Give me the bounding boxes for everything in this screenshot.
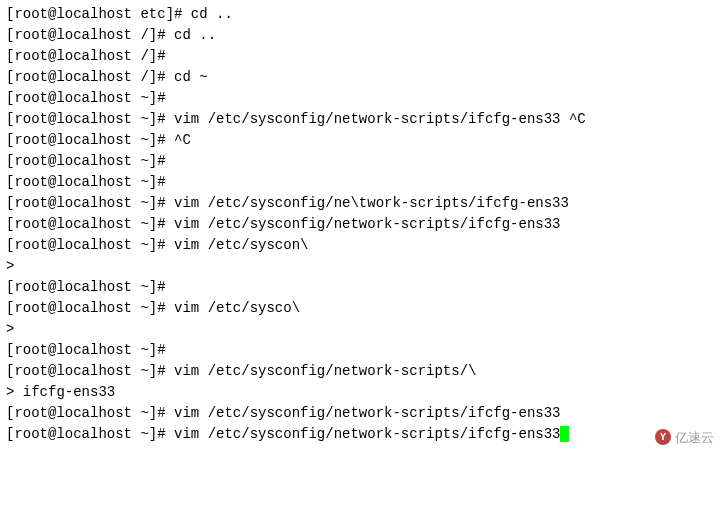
terminal-line: [root@localhost ~]#: [6, 277, 716, 298]
continuation-prompt: >: [6, 256, 716, 277]
terminal-line: [root@localhost ~]#: [6, 151, 716, 172]
terminal-line: [root@localhost ~]# vim /etc/sysconfig/n…: [6, 214, 716, 235]
watermark: Y 亿速云: [655, 428, 714, 448]
continuation-prompt: > ifcfg-ens33: [6, 382, 716, 403]
continuation-prompt: >: [6, 319, 716, 340]
terminal-line: [root@localhost ~]#: [6, 172, 716, 193]
terminal-line: [root@localhost ~]# vim /etc/sysco\: [6, 298, 716, 319]
watermark-logo-icon: Y: [655, 429, 671, 445]
terminal-line: [root@localhost ~]# vim /etc/sysconfig/n…: [6, 193, 716, 214]
terminal-current-line: [root@localhost ~]# vim /etc/sysconfig/n…: [6, 424, 716, 445]
terminal-line: [root@localhost ~]# vim /etc/syscon\: [6, 235, 716, 256]
terminal-line: [root@localhost ~]# vim /etc/sysconfig/n…: [6, 109, 716, 130]
terminal-line: [root@localhost ~]#: [6, 340, 716, 361]
watermark-label: 亿速云: [675, 428, 714, 448]
terminal-line: [root@localhost /]# cd ~: [6, 67, 716, 88]
terminal-line: [root@localhost ~]# ^C: [6, 130, 716, 151]
terminal-line: [root@localhost ~]#: [6, 88, 716, 109]
terminal-output[interactable]: [root@localhost etc]# cd .. [root@localh…: [6, 4, 716, 445]
terminal-line: [root@localhost ~]# vim /etc/sysconfig/n…: [6, 403, 716, 424]
terminal-line: [root@localhost ~]# vim /etc/sysconfig/n…: [6, 361, 716, 382]
terminal-line: [root@localhost /]# cd ..: [6, 25, 716, 46]
current-command: [root@localhost ~]# vim /etc/sysconfig/n…: [6, 426, 561, 442]
cursor-icon: [560, 426, 569, 442]
terminal-line: [root@localhost etc]# cd ..: [6, 4, 716, 25]
terminal-line: [root@localhost /]#: [6, 46, 716, 67]
